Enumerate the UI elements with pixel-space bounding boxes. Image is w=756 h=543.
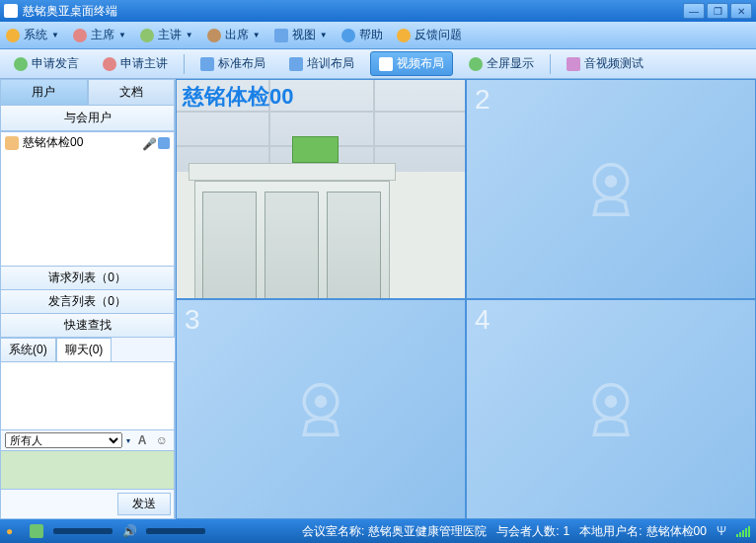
tab-doc[interactable]: 文档 <box>88 79 176 106</box>
menu-lecturer[interactable]: 主讲▼ <box>140 27 193 43</box>
video-feed-content: 慈铭体检00 <box>177 80 465 298</box>
video-overlay-label: 慈铭体检00 <box>183 82 293 112</box>
video-grid: 慈铭体检00 2 3 4 <box>176 79 756 519</box>
status-count: 与会者人数:1 <box>496 523 569 540</box>
svg-point-3 <box>315 395 328 408</box>
tool-av-test[interactable]: 音视频测试 <box>559 52 651 75</box>
toolbar: 申请发言 申请主讲 标准布局 培训布局 视频布局 全屏显示 音视频测试 <box>0 49 756 79</box>
menu-view[interactable]: 视图▼ <box>274 27 328 43</box>
tool-apply-lecture[interactable]: 申请主讲 <box>95 52 176 75</box>
tool-layout-video[interactable]: 视频布局 <box>370 51 453 76</box>
tool-apply-speak[interactable]: 申请发言 <box>6 52 87 75</box>
cell-number: 3 <box>185 304 200 336</box>
subtab-system[interactable]: 系统(0) <box>0 338 56 362</box>
status-room: 会议室名称:慈铭奥亚健康管理医院 <box>302 523 487 540</box>
cam-icon <box>158 137 170 149</box>
antenna-icon: Ψ <box>717 524 726 538</box>
btn-conference-users[interactable]: 与会用户 <box>0 105 175 131</box>
menubar: 系统▼ 主席▼ 主讲▼ 出席▼ 视图▼ 帮助 反馈问题 <box>0 22 756 49</box>
maximize-button[interactable]: ❐ <box>707 3 728 19</box>
status-speaker-icon[interactable]: 🔊 <box>122 524 136 538</box>
minimize-button[interactable]: — <box>683 3 705 19</box>
mic-icon: 🎤 <box>142 137 154 149</box>
cell-number: 2 <box>475 84 491 116</box>
statusbar: ● 🔊 会议室名称:慈铭奥亚健康管理医院 与会者人数:1 本地用户名:慈铭体检0… <box>0 519 756 543</box>
font-icon[interactable]: A <box>134 432 150 448</box>
status-record-icon[interactable]: ● <box>6 524 20 538</box>
titlebar: 慈铭奥亚桌面终端 — ❐ ✕ <box>0 0 756 22</box>
video-cell-1[interactable]: 慈铭体检00 <box>176 79 466 299</box>
tool-layout-standard[interactable]: 标准布局 <box>192 52 273 75</box>
chat-tools: 所有人 ▾ A ☺ <box>0 429 175 451</box>
chat-input[interactable] <box>0 450 175 490</box>
status-speaker-meter <box>146 528 205 534</box>
tool-layout-train[interactable]: 培训布局 <box>281 52 362 75</box>
user-name: 慈铭体检00 <box>23 134 138 151</box>
camera-placeholder-icon <box>576 375 645 444</box>
menu-attend[interactable]: 出席▼ <box>207 27 261 43</box>
chat-target-drop-icon[interactable]: ▾ <box>126 436 130 445</box>
status-cam-icon[interactable] <box>30 524 43 538</box>
status-cam-meter <box>53 528 113 534</box>
menu-host[interactable]: 主席▼ <box>73 27 126 43</box>
menu-system[interactable]: 系统▼ <box>6 27 59 43</box>
video-cell-2[interactable]: 2 <box>466 79 756 299</box>
window-title: 慈铭奥亚桌面终端 <box>23 3 117 20</box>
camera-placeholder-icon <box>576 155 645 224</box>
status-local-user: 本地用户名:慈铭体检00 <box>579 523 707 540</box>
send-button[interactable]: 发送 <box>117 493 171 515</box>
subtab-chat[interactable]: 聊天(0) <box>56 338 113 362</box>
svg-point-5 <box>605 395 618 408</box>
btn-request-list[interactable]: 请求列表（0） <box>0 266 175 290</box>
video-cell-3[interactable]: 3 <box>176 299 466 519</box>
menu-feedback[interactable]: 反馈问题 <box>397 27 462 43</box>
camera-placeholder-icon <box>286 375 355 444</box>
video-cell-4[interactable]: 4 <box>466 299 756 519</box>
menu-help[interactable]: 帮助 <box>341 27 383 43</box>
user-row[interactable]: 慈铭体检00 🎤 <box>1 132 174 153</box>
signal-icon <box>736 525 750 537</box>
tool-layout-full[interactable]: 全屏显示 <box>461 52 542 75</box>
btn-speak-list[interactable]: 发言列表（0） <box>0 289 175 314</box>
app-icon <box>4 4 18 18</box>
svg-point-1 <box>605 175 618 188</box>
cell-number: 4 <box>475 304 491 336</box>
user-avatar-icon <box>5 136 19 150</box>
user-list[interactable]: 慈铭体检00 🎤 <box>0 131 175 267</box>
chat-history[interactable] <box>0 361 175 430</box>
tab-user[interactable]: 用户 <box>0 79 88 106</box>
emoji-icon[interactable]: ☺ <box>154 432 170 448</box>
close-button[interactable]: ✕ <box>730 3 752 19</box>
btn-quick-find[interactable]: 快速查找 <box>0 313 175 338</box>
sidebar: 用户 文档 与会用户 慈铭体检00 🎤 请求列表（0） 发言列表（0） 快速查找… <box>0 79 176 519</box>
chat-target-select[interactable]: 所有人 <box>5 432 122 448</box>
